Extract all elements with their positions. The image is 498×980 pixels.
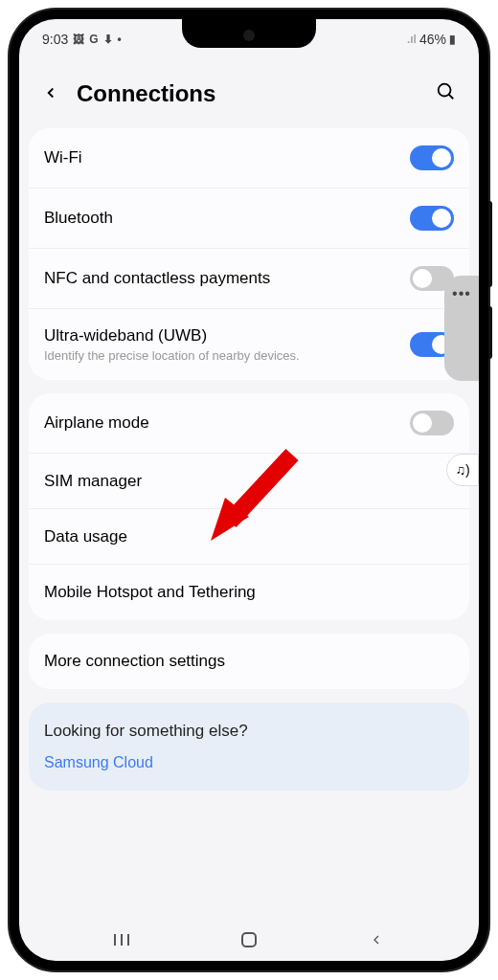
battery-pct: 46% — [419, 32, 446, 47]
more-settings-label: More connection settings — [44, 652, 446, 671]
edge-panel[interactable]: ••• ♫) — [444, 276, 479, 486]
nfc-label: NFC and contactless payments — [44, 269, 402, 288]
airplane-label: Airplane mode — [44, 413, 402, 433]
bluetooth-row[interactable]: Bluetooth — [29, 189, 469, 249]
suggestion-link[interactable]: Samsung Cloud — [44, 754, 454, 771]
svg-line-1 — [449, 95, 454, 100]
google-icon: G — [89, 33, 98, 46]
data-usage-label: Data usage — [44, 527, 446, 546]
status-left: 9:03 🖼 G ⬇ • — [42, 32, 122, 47]
hotspot-label: Mobile Hotspot and Tethering — [44, 583, 446, 602]
uwb-label: Ultra-wideband (UWB) — [44, 326, 402, 345]
music-bubble-icon[interactable]: ♫) — [446, 454, 479, 486]
power-button — [488, 306, 492, 359]
svg-point-0 — [439, 84, 451, 97]
edge-panel-handle[interactable]: ••• — [444, 276, 479, 381]
sim-manager-label: SIM manager — [44, 472, 446, 491]
bluetooth-label: Bluetooth — [44, 209, 402, 228]
hotspot-row[interactable]: Mobile Hotspot and Tethering — [29, 565, 469, 620]
more-settings-row[interactable]: More connection settings — [29, 634, 469, 689]
battery-icon: ▮ — [449, 33, 456, 46]
wifi-toggle[interactable] — [410, 145, 454, 170]
screen: 9:03 🖼 G ⬇ • .ıl 46% ▮ Connections — [19, 19, 479, 961]
dot-icon: • — [118, 33, 122, 46]
header: Connections — [19, 54, 479, 128]
wifi-row[interactable]: Wi-Fi — [29, 128, 469, 189]
suggestion-title: Looking for something else? — [44, 722, 454, 741]
bluetooth-toggle[interactable] — [410, 206, 454, 231]
nfc-row[interactable]: NFC and contactless payments — [29, 249, 469, 309]
data-usage-row[interactable]: Data usage — [29, 509, 469, 565]
wifi-label: Wi-Fi — [44, 148, 402, 167]
volume-button — [488, 201, 492, 287]
home-button[interactable] — [220, 930, 278, 949]
settings-group-2: Airplane mode SIM manager Data usage Mob… — [29, 393, 469, 620]
uwb-row[interactable]: Ultra-wideband (UWB) Identify the precis… — [29, 309, 469, 380]
status-right: .ıl 46% ▮ — [407, 32, 456, 47]
back-nav-button[interactable] — [348, 932, 405, 947]
phone-frame: 9:03 🖼 G ⬇ • .ıl 46% ▮ Connections — [10, 10, 488, 970]
status-time: 9:03 — [42, 32, 68, 47]
settings-group-1: Wi-Fi Bluetooth NFC and contactless paym… — [29, 128, 469, 380]
sim-manager-row[interactable]: SIM manager — [29, 454, 469, 509]
uwb-sub: Identify the precise location of nearby … — [44, 348, 402, 363]
page-title: Connections — [77, 80, 418, 107]
suggestion-card: Looking for something else? Samsung Clou… — [29, 702, 469, 791]
settings-group-3: More connection settings — [29, 634, 469, 689]
back-button[interactable] — [38, 77, 63, 111]
settings-list: Wi-Fi Bluetooth NFC and contactless paym… — [19, 128, 479, 689]
nav-bar — [19, 919, 479, 961]
svg-rect-5 — [242, 933, 256, 947]
notch — [182, 19, 316, 48]
signal-icon: .ıl — [407, 33, 417, 46]
search-button[interactable] — [431, 77, 460, 111]
download-icon: ⬇ — [103, 33, 113, 46]
gallery-icon: 🖼 — [73, 33, 84, 46]
recents-button[interactable] — [93, 932, 150, 947]
airplane-row[interactable]: Airplane mode — [29, 393, 469, 454]
